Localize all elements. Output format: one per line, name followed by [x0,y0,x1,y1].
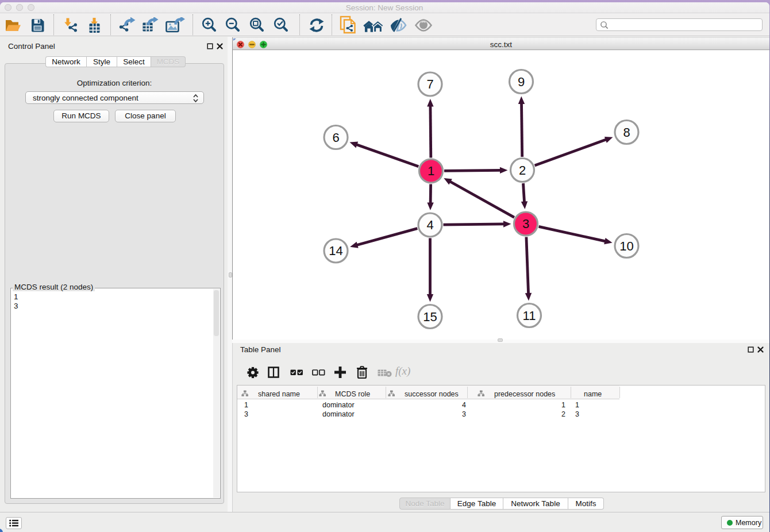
svg-text:1: 1 [428,164,434,178]
svg-text:11: 11 [523,309,536,323]
svg-text:2: 2 [519,163,526,178]
svg-text:6: 6 [332,130,339,145]
svg-text:15: 15 [423,310,437,324]
svg-text:8: 8 [623,125,630,140]
svg-text:9: 9 [518,75,525,89]
svg-text:10: 10 [619,239,633,253]
svg-text:3: 3 [522,217,529,231]
svg-text:4: 4 [426,218,433,232]
svg-text:14: 14 [329,244,342,258]
svg-text:7: 7 [426,77,433,91]
